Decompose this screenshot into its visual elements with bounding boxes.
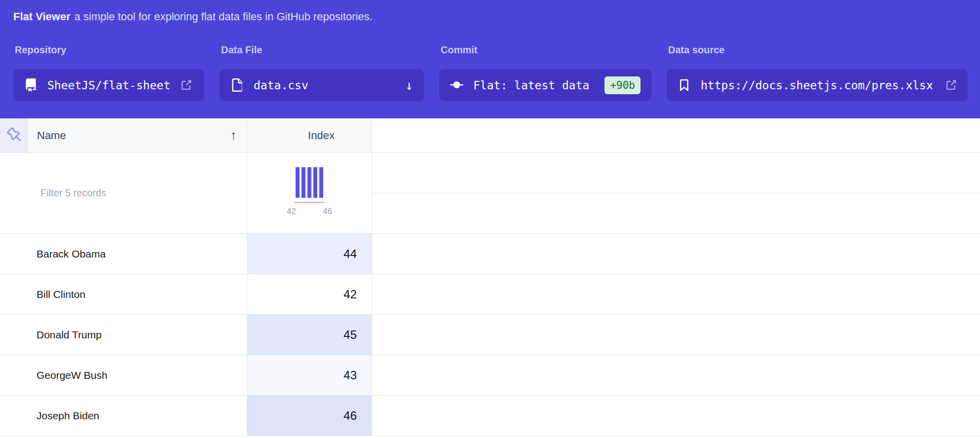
index-cell: 45 xyxy=(247,315,372,355)
data-file-label: Data File xyxy=(221,44,424,56)
external-link-icon xyxy=(945,79,957,91)
commit-button[interactable]: Flat: latest data +90b xyxy=(439,69,651,101)
commit-selector: Commit Flat: latest data +90b xyxy=(439,44,651,101)
histogram-max-label: 46 xyxy=(323,207,332,217)
index-cell: 44 xyxy=(247,234,372,274)
name-cell: Bill Clinton xyxy=(28,274,247,314)
column-header-index-label: Index xyxy=(308,129,335,142)
index-histogram[interactable]: 42 46 xyxy=(247,153,372,233)
repository-value: SheetJS/flat-sheet xyxy=(47,79,170,92)
selector-bar: Repository SheetJS/flat-sheet Data File … xyxy=(13,44,968,101)
page-subtitle: a simple tool for exploring flat data fi… xyxy=(75,10,373,23)
table-header-row: Name ↑ Index xyxy=(0,118,980,153)
data-source-selector: Data source https://docs.sheetjs.com/pre… xyxy=(667,44,968,101)
histogram-bars xyxy=(296,167,323,198)
commit-diff-badge: +90b xyxy=(604,76,641,94)
histogram-bar xyxy=(296,167,300,198)
header-empty-area xyxy=(372,118,980,152)
data-source-value: https://docs.sheetjs.com/pres.xlsx xyxy=(701,79,933,92)
column-header-name[interactable]: Name ↑ xyxy=(28,118,247,152)
histogram-bar xyxy=(307,167,311,198)
name-cell: Barack Obama xyxy=(28,234,247,274)
name-filter-cell xyxy=(28,153,247,233)
title-line: Flat Viewera simple tool for exploring f… xyxy=(13,10,968,24)
repository-selector: Repository SheetJS/flat-sheet xyxy=(13,44,204,101)
histogram-bar xyxy=(319,167,323,198)
histogram-labels: 42 46 xyxy=(287,207,332,217)
commit-message: Flat: latest data xyxy=(473,79,589,92)
repository-label: Repository xyxy=(15,44,204,56)
commit-icon xyxy=(450,78,463,92)
histogram-bar xyxy=(302,167,305,198)
index-cell: 42 xyxy=(247,274,372,314)
filter-empty-area xyxy=(372,153,980,233)
table-row: Bill Clinton 42 xyxy=(0,274,980,315)
column-header-name-label: Name xyxy=(37,129,66,142)
data-grid: Name ↑ Index 42 46 Barack Obama 44 Bill xyxy=(0,118,980,436)
data-file-value: data.csv xyxy=(254,79,308,92)
data-source-label: Data source xyxy=(668,44,968,56)
filter-row: 42 46 xyxy=(0,153,980,234)
repo-icon xyxy=(24,78,38,92)
bookmark-icon xyxy=(678,78,691,92)
index-cell: 46 xyxy=(247,396,372,436)
data-source-button[interactable]: https://docs.sheetjs.com/pres.xlsx xyxy=(667,69,968,101)
data-file-selector: Data File data.csv ↓ xyxy=(220,44,424,101)
pin-column-spacer xyxy=(0,153,28,233)
name-cell: GeorgeW Bush xyxy=(28,355,247,395)
table-row: Joseph Biden 46 xyxy=(0,396,980,436)
data-file-button[interactable]: data.csv ↓ xyxy=(220,69,424,101)
table-row: Barack Obama 44 xyxy=(0,234,980,274)
filter-input[interactable] xyxy=(28,187,247,199)
column-header-index[interactable]: Index xyxy=(247,118,372,152)
sort-ascending-icon: ↑ xyxy=(230,128,237,143)
table-row: GeorgeW Bush 43 xyxy=(0,355,980,396)
pin-icon xyxy=(7,127,22,144)
pin-column-header[interactable] xyxy=(0,118,28,152)
file-icon xyxy=(230,78,244,92)
app-header: Flat Viewera simple tool for exploring f… xyxy=(0,0,980,118)
histogram-bar xyxy=(313,167,317,198)
repository-button[interactable]: SheetJS/flat-sheet xyxy=(13,69,204,101)
index-cell: 43 xyxy=(247,355,372,395)
table-row: Donald Trump 45 xyxy=(0,315,980,355)
page-title: Flat Viewer xyxy=(13,10,71,23)
histogram-baseline xyxy=(294,202,325,203)
dropdown-arrow-icon: ↓ xyxy=(405,78,413,93)
name-cell: Joseph Biden xyxy=(28,396,247,436)
commit-label: Commit xyxy=(441,44,651,56)
histogram-min-label: 42 xyxy=(287,207,296,217)
external-link-icon xyxy=(180,79,192,91)
name-cell: Donald Trump xyxy=(28,315,247,355)
